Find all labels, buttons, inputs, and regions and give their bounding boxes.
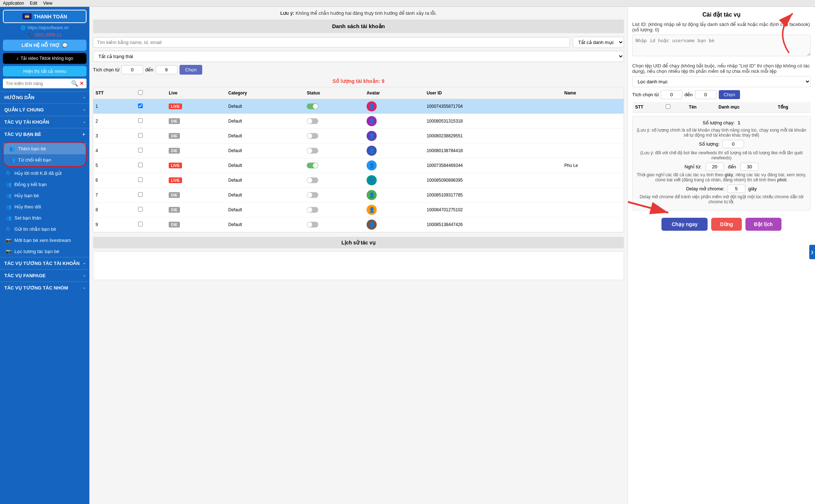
config-range-from[interactable] bbox=[661, 90, 682, 99]
row-checkbox[interactable] bbox=[138, 133, 143, 138]
cell-status[interactable] bbox=[305, 188, 364, 203]
cell-userid: 100073584469344 bbox=[425, 158, 562, 173]
range-from-input[interactable] bbox=[121, 65, 143, 74]
status-toggle[interactable] bbox=[307, 222, 318, 227]
so-luong-note: (Lưu ý: đối với chế độ bot like newfeeds… bbox=[636, 150, 807, 160]
so-luong-input[interactable] bbox=[722, 140, 744, 148]
cell-check[interactable] bbox=[136, 99, 167, 114]
select-all-checkbox[interactable] bbox=[138, 90, 143, 95]
website-link[interactable]: 🌐 https://atpsoftware.vn bbox=[3, 25, 87, 30]
config-col-check bbox=[663, 102, 686, 112]
cell-status[interactable] bbox=[305, 217, 364, 232]
cell-name bbox=[562, 173, 624, 188]
search-input[interactable] bbox=[6, 81, 70, 86]
cell-status[interactable] bbox=[305, 99, 364, 114]
nav-quan-ly-chung[interactable]: QUẢN LÝ CHUNG - bbox=[0, 104, 89, 116]
config-select-all[interactable] bbox=[666, 104, 670, 109]
nav-tac-vu-tai-khoan[interactable]: TÁC VỤ TÀI KHOẢN - bbox=[0, 116, 89, 128]
sidebar-item-tu-choi-ket-ban[interactable]: 👥 Từ chối kết bạn bbox=[4, 154, 86, 165]
status-toggle[interactable] bbox=[307, 103, 318, 109]
nghi-tu-input[interactable] bbox=[706, 163, 724, 171]
range-to-input[interactable] bbox=[156, 65, 177, 74]
config-range-to[interactable] bbox=[695, 90, 717, 99]
thanh-toan-button[interactable]: 💳 THANH TOÁN bbox=[3, 10, 87, 23]
config-col-danhmuc: Danh mục bbox=[716, 102, 775, 112]
col-userid: User ID bbox=[425, 87, 562, 99]
cell-check[interactable] bbox=[136, 143, 167, 158]
search-account-input[interactable] bbox=[93, 37, 570, 48]
row-checkbox[interactable] bbox=[138, 103, 143, 108]
cell-check[interactable] bbox=[136, 217, 167, 232]
nav-huong-dan[interactable]: HƯỚNG DẪN - bbox=[0, 92, 89, 103]
sidebar-item-huy-ban-be[interactable]: 👥 Hủy bạn bè bbox=[0, 190, 89, 201]
dat-lich-button[interactable]: Đặt lịch bbox=[745, 218, 781, 231]
nav-tac-vu-ban-be[interactable]: TÁC VỤ BẠN BÈ + bbox=[0, 128, 89, 140]
menu-edit[interactable]: Edit bbox=[30, 1, 37, 6]
status-filter[interactable]: Tất cả trạng thái bbox=[93, 51, 624, 62]
live-badge: LIVE bbox=[169, 163, 182, 168]
sidebar-item-dong-y-ket-ban[interactable]: 👥 Đồng ý kết bạn bbox=[0, 179, 89, 190]
sidebar-item-gui-tin-nhan[interactable]: 🔵 Gửi tin nhắn bạn bè bbox=[0, 224, 89, 235]
status-toggle[interactable] bbox=[307, 118, 318, 124]
table-row: 8 DIE Default 👤 100084701275102 bbox=[93, 203, 624, 217]
menu-application[interactable]: Application bbox=[3, 1, 24, 6]
delay-input[interactable] bbox=[727, 185, 745, 193]
folder-select[interactable]: Lọc danh mục bbox=[632, 76, 811, 87]
chon-button[interactable]: Chọn bbox=[180, 65, 203, 75]
config-chon-button[interactable]: Chọn bbox=[719, 90, 740, 99]
row-checkbox[interactable] bbox=[138, 192, 143, 197]
sidebar-item-moi-ban-be[interactable]: 📷 Mời bạn bè xem livestream bbox=[0, 235, 89, 246]
sidebar-item-loc-tuong-tac[interactable]: 📷 Lọc tương tác bạn bè bbox=[0, 246, 89, 257]
live-badge: DIE bbox=[169, 118, 180, 124]
cell-check[interactable] bbox=[136, 158, 167, 173]
sidebar-collapse-tab[interactable]: ❯ bbox=[809, 245, 815, 259]
cell-status[interactable] bbox=[305, 203, 364, 217]
lien-he-button[interactable]: LIÊN HỆ HỖ TRỢ 💬 bbox=[3, 40, 87, 51]
sidebar-item-them-ban-be[interactable]: 👥 Thêm bạn bè bbox=[4, 143, 86, 154]
menu-view[interactable]: View bbox=[43, 1, 52, 6]
cell-status[interactable] bbox=[305, 129, 364, 143]
status-toggle[interactable] bbox=[307, 133, 318, 139]
live-badge: DIE bbox=[169, 192, 180, 198]
status-toggle[interactable] bbox=[307, 207, 318, 213]
cell-userid: 100080531315318 bbox=[425, 114, 562, 129]
tiktok-button[interactable]: ♪ Tải video Tiktok không logo bbox=[3, 53, 87, 64]
nav-tac-vu-fanpage[interactable]: TÁC VỤ FANPAGE - bbox=[0, 270, 89, 282]
cell-check[interactable] bbox=[136, 114, 167, 129]
cell-check[interactable] bbox=[136, 188, 167, 203]
cell-check[interactable] bbox=[136, 173, 167, 188]
sidebar-item-huy-theo-doi[interactable]: 👥 Hủy theo dõi bbox=[0, 201, 89, 212]
status-toggle[interactable] bbox=[307, 163, 318, 168]
row-checkbox[interactable] bbox=[138, 118, 143, 123]
nghi-den-input[interactable] bbox=[740, 163, 758, 171]
nav-tac-vu-nhom[interactable]: TÁC VỤ TƯƠNG TÁC NHÓM - bbox=[0, 282, 89, 294]
cell-status[interactable] bbox=[305, 173, 364, 188]
hien-thi-button[interactable]: Hiện thị tất cả menu bbox=[3, 66, 87, 76]
avatar: 👤 bbox=[367, 131, 377, 141]
cell-live: DIE bbox=[167, 203, 226, 217]
avatar: 👤 bbox=[367, 190, 377, 200]
cell-name bbox=[562, 99, 624, 114]
cell-status[interactable] bbox=[305, 158, 364, 173]
dung-button[interactable]: Dừng bbox=[711, 218, 741, 231]
search-box: 🔍 ✕ bbox=[3, 79, 87, 88]
row-checkbox[interactable] bbox=[138, 148, 143, 152]
live-badge: DIE bbox=[169, 148, 180, 154]
status-toggle[interactable] bbox=[307, 177, 318, 183]
row-checkbox[interactable] bbox=[138, 163, 143, 167]
category-filter[interactable]: Tất cả danh mục bbox=[573, 37, 624, 48]
live-badge: LIVE bbox=[169, 177, 182, 183]
cell-status[interactable] bbox=[305, 114, 364, 129]
cell-check[interactable] bbox=[136, 129, 167, 143]
sidebar-item-set-ban-than[interactable]: 👥 Set bạn thân bbox=[0, 212, 89, 224]
row-checkbox[interactable] bbox=[138, 207, 143, 212]
search-close-icon[interactable]: ✕ bbox=[80, 81, 84, 86]
nav-tac-vu-tuong-tac[interactable]: TÁC VỤ TƯƠNG TÁC TÀI KHOẢN - bbox=[0, 257, 89, 269]
status-toggle[interactable] bbox=[307, 148, 318, 154]
row-checkbox[interactable] bbox=[138, 222, 143, 226]
sidebar-item-huy-loi-moi[interactable]: 🔵 Hủy lời mời K.B đã gửi bbox=[0, 168, 89, 179]
cell-status[interactable] bbox=[305, 143, 364, 158]
row-checkbox[interactable] bbox=[138, 177, 143, 182]
status-toggle[interactable] bbox=[307, 192, 318, 198]
cell-check[interactable] bbox=[136, 203, 167, 217]
